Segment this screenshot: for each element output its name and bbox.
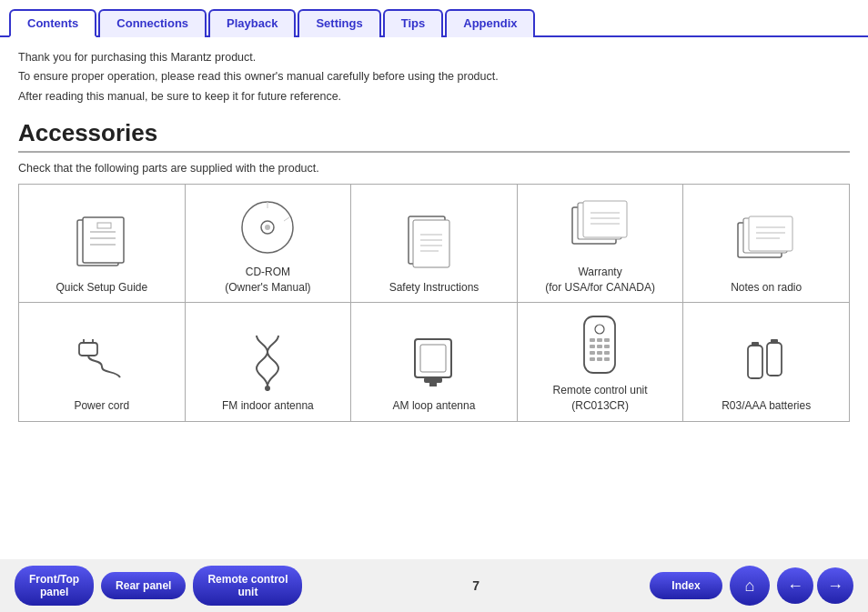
back-icon: ← bbox=[787, 577, 803, 596]
intro-text: Thank you for purchasing this Marantz pr… bbox=[18, 48, 850, 106]
label-notes-radio: Notes on radio bbox=[689, 280, 843, 296]
section-title: Accessories bbox=[18, 119, 850, 153]
svg-rect-35 bbox=[420, 345, 446, 372]
svg-rect-51 bbox=[604, 357, 610, 361]
intro-line3: After reading this manual, be sure to ke… bbox=[18, 87, 850, 106]
svg-rect-1 bbox=[83, 217, 124, 263]
bottom-nav: Front/Toppanel Rear panel Remote control… bbox=[0, 559, 868, 612]
svg-rect-52 bbox=[748, 346, 762, 378]
svg-rect-37 bbox=[429, 383, 437, 386]
accessory-quick-setup: Quick Setup Guide bbox=[19, 184, 186, 303]
svg-rect-46 bbox=[590, 351, 595, 355]
intro-line2: To ensure proper operation, please read … bbox=[18, 67, 850, 86]
back-button[interactable]: ← bbox=[777, 567, 813, 604]
accessories-row1: Quick Setup Guide CD-ROM( bbox=[19, 184, 850, 303]
page-number: 7 bbox=[309, 578, 642, 593]
svg-rect-29 bbox=[79, 343, 97, 356]
tab-appendix[interactable]: Appendix bbox=[445, 9, 535, 37]
label-am-antenna: AM loop antenna bbox=[357, 398, 511, 414]
accessory-batteries: R03/AAA batteries bbox=[683, 303, 850, 422]
intro-line1: Thank you for purchasing this Marantz pr… bbox=[18, 48, 850, 67]
label-fm-antenna: FM indoor antenna bbox=[191, 398, 346, 414]
svg-rect-43 bbox=[590, 345, 595, 348]
label-warranty: Warranty(for USA/for CANADA) bbox=[523, 265, 678, 296]
tab-contents[interactable]: Contents bbox=[9, 9, 96, 37]
svg-rect-49 bbox=[590, 357, 595, 361]
accessory-cdrom: CD-ROM(Owner's Manual) bbox=[185, 184, 351, 303]
nav-tabs: Contents Connections Playback Settings T… bbox=[0, 7, 868, 37]
bottom-btn-rear-panel[interactable]: Rear panel bbox=[101, 572, 186, 599]
accessories-table: Quick Setup Guide CD-ROM( bbox=[18, 184, 850, 422]
label-power-cord: Power cord bbox=[25, 398, 179, 414]
tab-tips[interactable]: Tips bbox=[383, 9, 444, 37]
svg-rect-40 bbox=[590, 338, 595, 342]
svg-rect-50 bbox=[597, 357, 602, 361]
label-safety: Safety Instructions bbox=[357, 280, 511, 296]
accessory-fm-antenna: FM indoor antenna bbox=[185, 303, 351, 422]
svg-point-8 bbox=[265, 225, 270, 230]
bottom-btn-remote-control[interactable]: Remote controlunit bbox=[193, 566, 302, 606]
tab-settings[interactable]: Settings bbox=[298, 9, 380, 37]
svg-rect-42 bbox=[604, 338, 610, 342]
forward-icon: → bbox=[827, 577, 843, 596]
section-subtitle: Check that the following parts are suppl… bbox=[18, 162, 850, 175]
svg-point-39 bbox=[595, 325, 604, 334]
label-cdrom: CD-ROM(Owner's Manual) bbox=[191, 265, 346, 296]
svg-rect-45 bbox=[604, 345, 610, 348]
accessories-row2: Power cord FM indoor ante bbox=[19, 303, 850, 422]
accessory-am-antenna: AM loop antenna bbox=[351, 303, 518, 422]
label-batteries: R03/AAA batteries bbox=[689, 398, 843, 414]
svg-rect-55 bbox=[771, 339, 778, 344]
accessory-notes-radio: Notes on radio bbox=[683, 184, 850, 303]
svg-rect-41 bbox=[597, 338, 602, 342]
forward-button[interactable]: → bbox=[817, 567, 853, 604]
svg-line-10 bbox=[284, 217, 289, 221]
accessory-safety: Safety Instructions bbox=[351, 184, 518, 303]
accessory-remote: Remote control unit(RC013CR) bbox=[517, 303, 683, 422]
svg-rect-44 bbox=[597, 345, 602, 348]
bottom-btn-index[interactable]: Index bbox=[650, 572, 722, 599]
svg-rect-19 bbox=[583, 201, 627, 237]
svg-rect-12 bbox=[413, 220, 449, 267]
home-icon: ⌂ bbox=[745, 577, 755, 596]
label-remote: Remote control unit(RC013CR) bbox=[523, 383, 678, 414]
home-button[interactable]: ⌂ bbox=[730, 566, 770, 606]
accessory-power-cord: Power cord bbox=[19, 303, 186, 422]
svg-rect-54 bbox=[767, 343, 782, 376]
svg-rect-25 bbox=[749, 216, 792, 251]
bottom-btn-front-panel[interactable]: Front/Toppanel bbox=[15, 566, 94, 606]
svg-rect-36 bbox=[424, 377, 442, 383]
svg-rect-53 bbox=[752, 342, 759, 346]
tab-connections[interactable]: Connections bbox=[98, 9, 207, 37]
accessory-warranty: Warranty(for USA/for CANADA) bbox=[517, 184, 683, 303]
label-quick-setup: Quick Setup Guide bbox=[25, 280, 179, 296]
svg-rect-48 bbox=[604, 351, 610, 355]
svg-rect-47 bbox=[597, 351, 602, 355]
main-content: Thank you for purchasing this Marantz pr… bbox=[0, 37, 868, 422]
tab-playback[interactable]: Playback bbox=[208, 9, 296, 37]
